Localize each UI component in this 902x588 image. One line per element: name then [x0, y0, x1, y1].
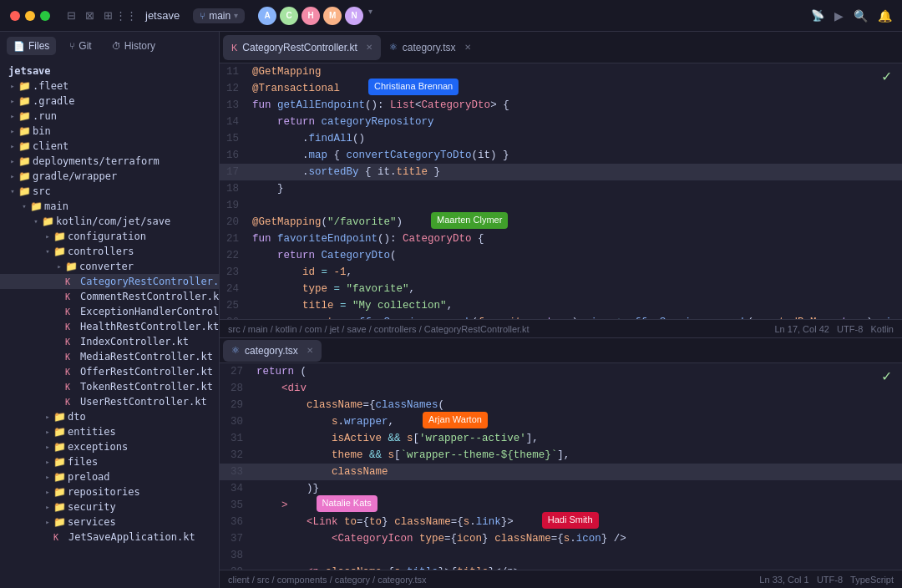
line-code[interactable]: <div: [253, 380, 902, 397]
tree-item-converter[interactable]: ▸ 📁 converter: [0, 259, 219, 274]
tree-item-gradle-wrapper[interactable]: ▸ 📁 gradle/wrapper: [0, 169, 219, 184]
line-code[interactable]: <Link to={to} className={s.link}> Hadi S…: [253, 514, 902, 530]
line-code[interactable]: fun getAllEndpoint(): List<CategoryDto> …: [249, 97, 902, 114]
tree-item-client[interactable]: ▸ 📁 client: [0, 139, 219, 154]
branch-selector[interactable]: ⑂ main ▾: [193, 8, 245, 23]
line-code[interactable]: title = "My collection",: [249, 297, 902, 314]
sidebar-tab-git[interactable]: ⑂ Git: [63, 37, 98, 55]
tree-item-files[interactable]: ▸ 📁 files: [0, 454, 219, 469]
tree-item-dto[interactable]: ▸ 📁 dto: [0, 409, 219, 424]
avatar-m[interactable]: M: [323, 7, 342, 25]
line-code[interactable]: @GetMapping: [249, 63, 902, 80]
tree-label-configuration: configuration: [66, 231, 146, 242]
tree-item-JetSaveApplication[interactable]: K JetSaveApplication.kt: [0, 530, 219, 545]
toggle-panel-icon[interactable]: ⊠: [82, 8, 97, 23]
line-code[interactable]: s.wrapper, Arjan Warton: [253, 413, 902, 430]
tree-item-bin[interactable]: ▸ 📁 bin: [0, 124, 219, 139]
pane2-tab-category[interactable]: ⚛ category.tsx ✕: [223, 340, 322, 362]
tree-root[interactable]: jetsave: [0, 63, 219, 79]
tree-item-fleet[interactable]: ▸ 📁 .fleet: [0, 79, 219, 94]
line-code[interactable]: className={classNames(: [253, 397, 902, 413]
close-button[interactable]: [10, 11, 20, 21]
line-code[interactable]: [249, 197, 902, 214]
bell-icon[interactable]: 🔔: [878, 9, 892, 23]
tree-item-CategoryRestController[interactable]: K CategoryRestController.kt: [0, 274, 219, 289]
line-code[interactable]: fun favoriteEndpoint(): CategoryDto {: [249, 231, 902, 247]
code-line-38: 38: [220, 547, 902, 564]
tree-item-services[interactable]: ▸ 📁 services: [0, 514, 219, 530]
maximize-button[interactable]: [40, 11, 50, 21]
tree-item-controllers[interactable]: ▾ 📁 controllers: [0, 244, 219, 259]
avatar-c[interactable]: C: [280, 7, 298, 25]
tab-CategoryRestController[interactable]: K CategoryRestController.kt ✕: [223, 35, 381, 60]
avatar-a[interactable]: A: [258, 7, 276, 25]
line-code[interactable]: .map { convertCategoryToDto(it) }: [249, 147, 902, 164]
line-code[interactable]: theme && s[`wrapper--theme-${theme}`],: [253, 447, 902, 464]
toggle-editor-icon[interactable]: ⊞: [100, 8, 115, 23]
tree-item-configuration[interactable]: ▸ 📁 configuration: [0, 229, 219, 244]
tree-item-security[interactable]: ▸ 📁 security: [0, 499, 219, 514]
line-code[interactable]: .findAll(): [249, 130, 902, 147]
tab-category-tsx[interactable]: ⚛ category.tsx ✕: [381, 35, 479, 60]
code-content-2[interactable]: ✓ 27 return ( 28 <div: [220, 363, 902, 570]
line-code[interactable]: }: [249, 180, 902, 197]
tree-label-run: .run: [31, 110, 57, 122]
line-code[interactable]: type = "favorite",: [249, 281, 902, 297]
tab-close-icon[interactable]: ✕: [307, 346, 313, 355]
line-code[interactable]: return categoryRepository: [249, 114, 902, 130]
toggle-sidebar-icon[interactable]: ⊟: [63, 8, 79, 23]
search-icon[interactable]: 🔍: [854, 9, 868, 23]
tree-item-main[interactable]: ▾ 📁 main: [0, 199, 219, 214]
minimize-button[interactable]: [25, 11, 35, 21]
code-content-1[interactable]: ✓ 11 @GetMapping 12 @Transactional Chris…: [220, 63, 902, 319]
line-code[interactable]: <p className={s.title}>{title}</p>: [253, 564, 902, 570]
grid-icon[interactable]: ⋮⋮: [119, 8, 134, 23]
folder-icon: 📁: [18, 155, 31, 167]
line-code[interactable]: @GetMapping("/favorite") Maarten Clymer: [249, 214, 902, 231]
tree-item-preload[interactable]: ▸ 📁 preload: [0, 469, 219, 484]
tree-item-OfferRestController[interactable]: K OfferRestController.kt: [0, 364, 219, 379]
folder-icon: 📁: [53, 441, 66, 453]
line-code[interactable]: .sortedBy { it.title }: [249, 164, 902, 180]
tree-item-UserRestController[interactable]: K UserRestController.kt: [0, 394, 219, 409]
tree-item-ExceptionHandlerController[interactable]: K ExceptionHandlerController: [0, 304, 219, 319]
tab-close-icon[interactable]: ✕: [366, 43, 372, 52]
line-code[interactable]: className: [253, 464, 902, 480]
line-number: 17: [220, 164, 249, 180]
tree-item-entities[interactable]: ▸ 📁 entities: [0, 424, 219, 439]
avatar-h[interactable]: H: [302, 7, 320, 25]
line-code[interactable]: return CategoryDto(: [249, 247, 902, 264]
tree-item-run[interactable]: ▸ 📁 .run: [0, 109, 219, 124]
tab-close-icon[interactable]: ✕: [464, 43, 471, 52]
tree-item-repositories[interactable]: ▸ 📁 repositories: [0, 484, 219, 499]
line-code[interactable]: id = -1,: [249, 264, 902, 281]
tree-item-MediaRestController[interactable]: K MediaRestController.kt: [0, 349, 219, 364]
line-code[interactable]: )}: [253, 480, 902, 497]
sidebar-tab-history[interactable]: ⏱ History: [105, 37, 162, 55]
tree-item-TokenRestController[interactable]: K TokenRestController.kt: [0, 379, 219, 394]
line-code[interactable]: [253, 547, 902, 564]
tree-item-CommentRestController[interactable]: K CommentRestController.kt: [0, 289, 219, 304]
tree-item-exceptions[interactable]: ▸ 📁 exceptions: [0, 439, 219, 454]
avatar-n[interactable]: N: [345, 7, 363, 25]
more-avatars-icon[interactable]: ▾: [368, 7, 372, 25]
chevron-right-icon: ▸: [42, 428, 53, 436]
tree-item-deployments[interactable]: ▸ 📁 deployments/terraform: [0, 154, 219, 169]
tree-item-gradle[interactable]: ▸ 📁 .gradle: [0, 94, 219, 109]
line-code[interactable]: <CategoryIcon type={icon} className={s.i…: [253, 530, 902, 547]
collaborator-avatars: A C H M N ▾: [258, 7, 372, 25]
tree-label-exceptions: exceptions: [66, 441, 128, 453]
tree-item-kotlin[interactable]: ▾ 📁 kotlin/com/jet/save: [0, 214, 219, 229]
tree-item-HealthRestController[interactable]: K HealthRestController.kt: [0, 319, 219, 334]
chevron-right-icon: ▸: [42, 443, 53, 451]
line-code[interactable]: @Transactional Christiana Brennan: [249, 80, 902, 97]
line-code[interactable]: count = offerService.search(favorite = t…: [249, 314, 902, 319]
line-code[interactable]: return (: [253, 363, 902, 380]
tree-item-IndexController[interactable]: K IndexController.kt: [0, 334, 219, 349]
tree-item-src[interactable]: ▾ 📁 src: [0, 184, 219, 199]
broadcast-icon[interactable]: 📡: [811, 9, 824, 22]
line-code[interactable]: > Natalie Kats: [253, 497, 902, 514]
sidebar-tab-files[interactable]: 📄 Files: [7, 37, 56, 55]
play-icon[interactable]: ▶: [834, 9, 844, 23]
line-code[interactable]: isActive && s['wrapper--active'],: [253, 430, 902, 447]
